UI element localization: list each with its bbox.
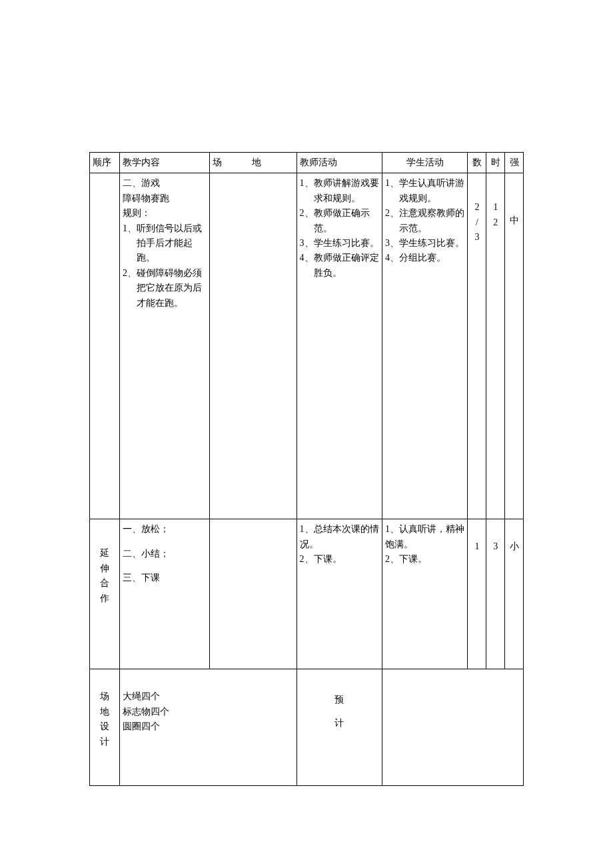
row2-inten: 小 xyxy=(505,519,524,669)
row3-predict-value xyxy=(382,669,523,786)
row1-teacher: 1、教师讲解游戏要求和规则。 2、教师做正确示范。 3、学生练习比赛。 4、教师… xyxy=(297,173,382,519)
content-title: 二、游戏 xyxy=(123,176,207,191)
content-line: 三、下课 xyxy=(123,571,207,585)
predict-char: 预 xyxy=(300,688,379,711)
header-student: 学生活动 xyxy=(382,153,467,173)
lesson-plan-table: 顺序 教学内容 场 地 教师活动 学生活动 数 时 强 二、游戏 障碍物赛跑 规… xyxy=(89,152,524,786)
row3-seq: 场 地 设 计 xyxy=(90,669,120,786)
list-item: 2、注意观察教师的示范。 xyxy=(385,206,464,236)
list-item: 1、教师讲解游戏要求和规则。 xyxy=(300,176,379,206)
teacher-line: 2、下课。 xyxy=(300,552,379,567)
row1-seq xyxy=(90,173,120,519)
table-row: 延 伸 合 作 一、放松； 二、小结； 三、下课 1、总结本次课的情况。 2、下… xyxy=(90,519,524,669)
row2-field xyxy=(209,519,297,669)
list-item: 2、教师做正确示范。 xyxy=(300,206,379,236)
content-subtitle2: 规则： xyxy=(123,206,207,221)
header-time: 时 xyxy=(486,153,505,173)
row2-seq: 延 伸 合 作 xyxy=(90,519,120,669)
list-item: 2、碰倒障碍物必须把它放在原为后才能在跑。 xyxy=(123,266,207,311)
student-line: 1、认真听讲，精神饱满。 xyxy=(385,522,464,552)
row1-time: 1 2 xyxy=(486,173,505,519)
row1-field xyxy=(209,173,297,519)
row1-content: 二、游戏 障碍物赛跑 规则： 1、听到信号以后或拍手后才能起跑。 2、碰倒障碍物… xyxy=(119,173,209,519)
list-item: 4、教师做正确评定胜负。 xyxy=(300,251,379,281)
row2-student: 1、认真听讲，精神饱满。 2、下课。 xyxy=(382,519,467,669)
list-item: 3、学生练习比赛。 xyxy=(300,236,379,251)
content-rule-list: 1、听到信号以后或拍手后才能起跑。 2、碰倒障碍物必须把它放在原为后才能在跑。 xyxy=(123,221,207,311)
content-line: 二、小结； xyxy=(123,547,207,561)
row3-content: 大绳四个 标志物四个 圆圈四个 xyxy=(119,669,297,786)
header-seq: 顺序 xyxy=(90,153,120,173)
row2-time: 3 xyxy=(486,519,505,669)
row1-student: 1、学生认真听讲游戏规则。 2、注意观察教师的示范。 3、学生练习比赛。 4、分… xyxy=(382,173,467,519)
equipment-line: 大绳四个 xyxy=(123,689,294,704)
header-num: 数 xyxy=(468,153,486,173)
header-field: 场 地 xyxy=(209,153,297,173)
content-subtitle1: 障碍物赛跑 xyxy=(123,191,207,206)
row1-inten: 中 xyxy=(505,173,524,519)
header-row: 顺序 教学内容 场 地 教师活动 学生活动 数 时 强 xyxy=(90,153,524,173)
student-activity-list: 1、学生认真听讲游戏规则。 2、注意观察教师的示范。 3、学生练习比赛。 4、分… xyxy=(385,176,464,265)
header-teacher: 教师活动 xyxy=(297,153,382,173)
teacher-line: 1、总结本次课的情况。 xyxy=(300,522,379,552)
student-line: 2、下课。 xyxy=(385,552,464,567)
list-item: 1、听到信号以后或拍手后才能起跑。 xyxy=(123,221,207,266)
list-item: 1、学生认真听讲游戏规则。 xyxy=(385,176,464,206)
row1-num: 2 / 3 xyxy=(468,173,486,519)
table-row: 场 地 设 计 大绳四个 标志物四个 圆圈四个 预 计 xyxy=(90,669,524,786)
equipment-line: 标志物四个 xyxy=(123,705,294,719)
predict-char: 计 xyxy=(300,711,379,735)
content-line: 一、放松； xyxy=(123,522,207,537)
table-row: 二、游戏 障碍物赛跑 规则： 1、听到信号以后或拍手后才能起跑。 2、碰倒障碍物… xyxy=(90,173,524,519)
row2-num: 1 xyxy=(468,519,486,669)
list-item: 3、学生练习比赛。 xyxy=(385,236,464,251)
equipment-line: 圆圈四个 xyxy=(123,719,294,734)
header-content: 教学内容 xyxy=(119,153,209,173)
teacher-activity-list: 1、教师讲解游戏要求和规则。 2、教师做正确示范。 3、学生练习比赛。 4、教师… xyxy=(300,176,379,281)
list-item: 4、分组比赛。 xyxy=(385,251,464,265)
row2-teacher: 1、总结本次课的情况。 2、下课。 xyxy=(297,519,382,669)
row2-content: 一、放松； 二、小结； 三、下课 xyxy=(119,519,209,669)
header-inten: 强 xyxy=(505,153,524,173)
row3-predict-label: 预 计 xyxy=(297,669,382,786)
